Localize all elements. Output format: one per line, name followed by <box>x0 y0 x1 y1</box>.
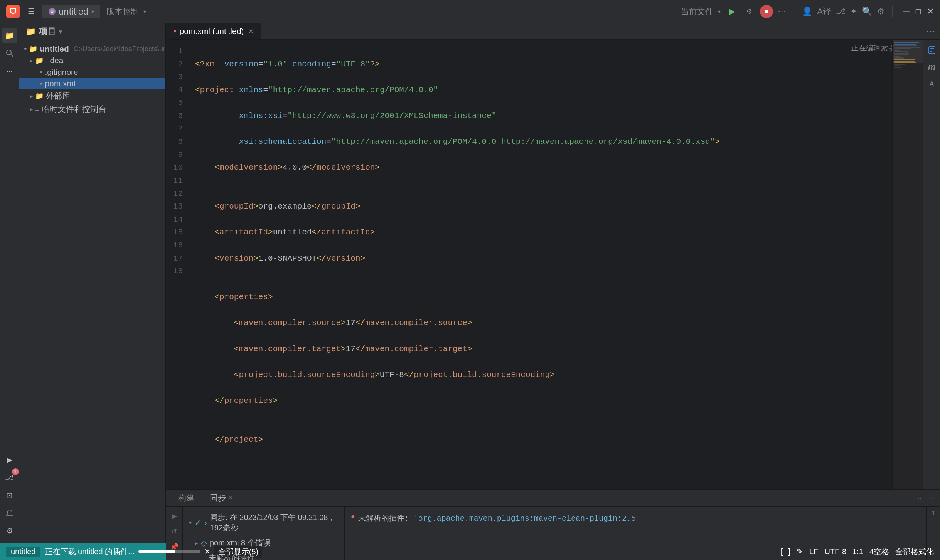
vcs-log-icon[interactable]: ⎇ <box>836 7 846 17</box>
status-show-all-button[interactable]: 全部显示(5) <box>214 546 262 558</box>
bottom-tabs: 构建 同步 ✕ ⋯ ─ <box>166 490 940 507</box>
project-chevron-icon: ▾ <box>91 8 94 15</box>
bottom-tab-build[interactable]: 构建 <box>170 490 202 506</box>
build-icon-play[interactable]: ▶ <box>168 510 180 522</box>
status-bar-left: untitled 正在下载 untitled 的插件... ✕ 全部显示(5) <box>6 546 262 558</box>
app-logo <box>6 5 20 18</box>
right-sidebar-m-icon[interactable]: m <box>925 60 939 74</box>
build-tree-sync[interactable]: ▾ ✓ › 同步: 在 2023/12/03 下午 09:21:08，192毫秒 <box>183 510 344 535</box>
tree-item-root[interactable]: ▾ 📁 untitled C:\Users\Jack\IdeaProjects\… <box>19 43 165 55</box>
tree-item-pomxml[interactable]: ▪ pom.xml <box>19 78 165 89</box>
editor-column: ▪ pom.xml (untitled) ✕ ⋯ 12345 678910 11… <box>166 23 940 543</box>
code-editor-wrapper: 12345 678910 1112131415 161718 <?xml ver… <box>166 40 940 489</box>
sync-success-icon: ✓ <box>195 518 201 527</box>
project-name-label: untitled <box>59 6 88 17</box>
error-icon-1: ● <box>201 558 206 560</box>
sidebar-icon-settings[interactable]: ⚙ <box>2 523 17 538</box>
build-button[interactable]: ⚙ <box>743 5 755 18</box>
status-download-text: 正在下载 untitled 的插件... <box>45 547 135 557</box>
file-icon-scratch: ≡ <box>35 105 39 113</box>
output-scroll-top[interactable]: ⬆ <box>929 508 938 518</box>
status-bracket-icon[interactable]: [─] <box>781 547 790 556</box>
status-edit-icon[interactable]: ✎ <box>797 547 803 556</box>
sidebar-icon-notification[interactable] <box>2 505 17 521</box>
editor-tab-pomxml[interactable]: ▪ pom.xml (untitled) ✕ <box>166 23 261 39</box>
tab-close-pomxml[interactable]: ✕ <box>248 28 253 35</box>
main-layout: 📁 ··· ▶ ⎇ 1 ⊡ ⚙ 📁 项目 ▾ <box>0 23 940 543</box>
project-header-label: 项目 <box>39 26 56 37</box>
project-panel: 📁 项目 ▾ ▾ 📁 untitled C:\Users\Jack\IdeaPr… <box>19 23 166 543</box>
tree-arrow-idea: ▸ <box>30 57 33 64</box>
close-button[interactable]: ✕ <box>927 7 934 17</box>
folder-icon-idea: 📁 <box>35 56 44 65</box>
project-header-chevron: ▾ <box>59 29 62 35</box>
status-lf-label[interactable]: LF <box>809 547 818 556</box>
folder-icon-external-lib: 📁 <box>35 92 44 100</box>
sidebar-icon-search[interactable] <box>2 45 17 61</box>
more-actions-icon[interactable]: ⋯ <box>778 7 786 17</box>
status-progress-bar <box>138 550 200 553</box>
current-file-chevron: ▾ <box>718 8 721 15</box>
file-icon-gitignore: ▪ <box>40 68 42 76</box>
status-close-progress[interactable]: ✕ <box>204 547 211 556</box>
minimize-button[interactable]: ─ <box>903 7 910 17</box>
sync-expand-arrow: ▾ <box>189 520 192 526</box>
tab-label-pomxml: pom.xml (untitled) <box>179 27 244 36</box>
status-project-label[interactable]: untitled <box>6 547 40 557</box>
sidebar-icon-project[interactable]: 📁 <box>2 28 17 43</box>
tree-item-external-lib[interactable]: ▸ 📁 外部库 <box>19 89 165 103</box>
maximize-button[interactable]: □ <box>916 7 921 17</box>
sidebar-icon-terminal[interactable]: ⊡ <box>2 488 17 503</box>
tab-actions-more[interactable]: ⋯ <box>926 26 935 37</box>
search-everywhere-icon[interactable]: 🔍 <box>862 7 872 17</box>
tree-item-scratch[interactable]: ▸ ≡ 临时文件和控制台 <box>19 103 165 116</box>
project-tab[interactable]: U untitled ▾ <box>42 5 100 18</box>
right-sidebar-bookmark-icon[interactable] <box>925 43 939 57</box>
sidebar-icon-vcs[interactable]: ⎇ 1 <box>2 470 17 485</box>
bottom-tab-sync-close[interactable]: ✕ <box>228 494 233 501</box>
sync-item-label: › <box>204 518 207 527</box>
account-icon[interactable]: 👤 <box>802 7 812 17</box>
tree-item-idea[interactable]: ▸ 📁 .idea <box>19 55 165 66</box>
ai-assistant-icon[interactable]: ✦ <box>850 7 857 17</box>
version-control-label[interactable]: 版本控制 <box>106 6 139 17</box>
sidebar-icons: 📁 ··· ▶ ⎇ 1 ⊡ ⚙ <box>0 23 19 543</box>
tree-item-gitignore[interactable]: ▪ .gitignore <box>19 66 165 78</box>
current-file-label[interactable]: 当前文件 <box>681 6 713 17</box>
project-folder-icon: 📁 <box>25 27 36 37</box>
line-numbers: 12345 678910 1112131415 161718 <box>166 40 189 489</box>
sidebar-icon-run[interactable]: ▶ <box>2 452 17 468</box>
tree-label-root: untitled <box>40 44 69 54</box>
bottom-tab-sync[interactable]: 同步 ✕ <box>202 490 241 506</box>
run-button[interactable]: ▶ <box>725 5 738 18</box>
settings-icon[interactable]: ⚙ <box>877 7 884 17</box>
folder-icon-root: 📁 <box>29 45 37 53</box>
tab-icon-pomxml: ▪ <box>174 27 176 36</box>
code-content[interactable]: <?xml version="1.0" encoding="UTF-8"?> <… <box>189 40 892 489</box>
status-bar-right: [─] ✎ LF UTF-8 1:1 4空格 全部格式化 <box>781 547 934 557</box>
status-encoding-label[interactable]: UTF-8 <box>824 547 846 556</box>
status-line-col: 1:1 <box>852 547 863 556</box>
tree-label-idea: .idea <box>46 56 64 65</box>
sidebar-icon-more[interactable]: ··· <box>2 63 17 79</box>
error-highlight: org.apache.maven.plugins:maven-clean-plu… <box>418 514 636 523</box>
tree-path-root: C:\Users\Jack\IdeaProjects\untitled <box>74 45 165 53</box>
build-icon-reload[interactable]: ↺ <box>168 525 180 538</box>
bottom-panel-minimize-icon[interactable]: ─ <box>929 494 934 502</box>
project-header: 📁 项目 ▾ <box>19 23 165 40</box>
project-tree: ▾ 📁 untitled C:\Users\Jack\IdeaProjects\… <box>19 40 165 543</box>
bottom-panel-more-icon[interactable]: ⋯ <box>917 494 924 503</box>
svg-line-1 <box>11 54 13 57</box>
tree-arrow-root: ▾ <box>24 46 27 52</box>
tree-arrow-external-lib: ▸ <box>30 93 33 99</box>
status-progress-area: 正在下载 untitled 的插件... ✕ 全部显示(5) <box>45 546 263 558</box>
main-error-icon: ● <box>351 513 355 521</box>
hamburger-menu-icon[interactable]: ☰ <box>25 5 38 18</box>
tree-arrow-scratch: ▸ <box>30 106 33 112</box>
tree-label-external-lib: 外部库 <box>46 91 70 101</box>
right-sidebar-translate2-icon[interactable]: A <box>925 77 939 91</box>
status-progress-fill <box>138 550 175 553</box>
bottom-tab-build-label: 构建 <box>178 493 194 503</box>
stop-button[interactable]: ■ <box>760 5 773 18</box>
translate-icon[interactable]: A译 <box>817 6 831 17</box>
